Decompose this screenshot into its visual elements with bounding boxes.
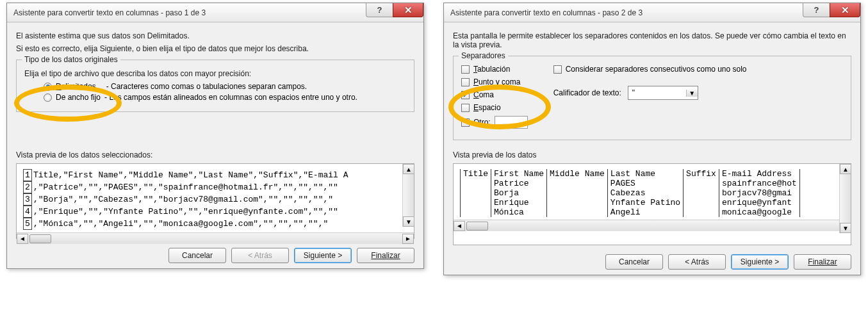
dialog-title: Asistente para convertir texto en column… — [450, 8, 643, 17]
column-header: First Name — [491, 169, 547, 179]
close-icon: ✕ — [404, 5, 413, 15]
preview-row: 3,"Borja","","Cabezas","","borjacv78@gma… — [23, 193, 407, 206]
radio-fixed-desc: - Los campos están alineados en columnas… — [104, 93, 357, 102]
finish-button[interactable]: Finalizar — [357, 248, 414, 263]
horizontal-scrollbar[interactable]: ◄ ► — [17, 232, 414, 244]
original-data-type-group: Tipo de los datos originales Elija el ti… — [16, 60, 414, 112]
preview-row: 2,"Patrice","","PAGES","","spainfrance@h… — [23, 181, 407, 193]
column-header: Suffix — [684, 169, 719, 179]
scroll-thumb[interactable] — [466, 222, 488, 231]
other-separator-input[interactable] — [495, 116, 528, 129]
intro-line-2: Si esto es correcto, elija Siguiente, o … — [16, 44, 414, 53]
wizard-step1-dialog: Asistente para convertir texto en column… — [6, 3, 424, 269]
separators-group: Separadores Tabulación Punto y coma Coma… — [453, 56, 851, 140]
scroll-right-icon[interactable]: ► — [402, 234, 414, 244]
intro-text: Esta pantalla le permite establecer los … — [453, 31, 850, 49]
radio-fixed-label: De ancho fijo — [56, 93, 101, 102]
chevron-down-icon: ▼ — [686, 90, 698, 97]
checkbox-tab-label: Tabulación — [473, 65, 510, 74]
radio-delimited-label: Delimitados — [56, 82, 96, 91]
data-preview: TitleFirst NameMiddle NameLast NameSuffi… — [453, 163, 851, 245]
group-legend: Tipo de los datos originales — [22, 55, 120, 64]
wizard-step2-dialog: Asistente para convertir texto en column… — [443, 3, 861, 275]
dropdown-value: " — [628, 88, 686, 97]
table-row: BorjaCabezasborjacv78@gmai — [461, 188, 800, 198]
column-header: Title — [461, 169, 491, 179]
radio-delimited-desc: - Caracteres como comas o tabulaciones s… — [106, 82, 307, 91]
table-row: EnriqueYnfante Patinoenrique@ynfant — [461, 198, 800, 207]
help-icon: ? — [377, 5, 382, 15]
group-subtitle: Elija el tipo de archivo que describa lo… — [24, 69, 406, 78]
close-button[interactable]: ✕ — [830, 3, 860, 17]
next-button[interactable]: Siguiente > — [294, 248, 352, 263]
cancel-button[interactable]: Cancelar — [168, 248, 226, 263]
scroll-up-icon[interactable]: ▲ — [840, 164, 851, 174]
next-button[interactable]: Siguiente > — [731, 254, 789, 270]
radio-fixed-width[interactable] — [44, 93, 52, 102]
column-header: E-mail Address — [719, 169, 799, 179]
cancel-button[interactable]: Cancelar — [605, 254, 663, 270]
checkbox-semicolon[interactable] — [461, 78, 470, 86]
preview-row: 1Title,"First Name","Middle Name","Last … — [23, 169, 407, 181]
vertical-scrollbar[interactable]: ▲ ▼ — [402, 164, 414, 227]
table-row: MónicaAngelimonicaa@google — [461, 207, 800, 217]
intro-line-1: El asistente estima que sus datos son De… — [16, 31, 414, 40]
preview-row: 5,"Mónica","","Angeli","","monicaa@googl… — [23, 218, 407, 230]
checkbox-consecutive-label: Considerar separadores consecutivos como… — [566, 65, 747, 74]
scroll-up-icon[interactable]: ▲ — [403, 164, 414, 174]
checkbox-tab[interactable] — [461, 65, 470, 74]
vertical-scrollbar[interactable]: ▲ ▼ — [839, 164, 851, 233]
help-button[interactable]: ? — [366, 3, 393, 17]
dialog-title: Asistente para convertir texto en column… — [13, 8, 206, 17]
horizontal-scrollbar[interactable]: ◄ ► — [454, 220, 851, 231]
checkbox-comma[interactable] — [461, 91, 470, 99]
radio-delimited[interactable] — [44, 83, 52, 91]
checkbox-other-label: Otro: — [473, 118, 491, 127]
scroll-left-icon[interactable]: ◄ — [454, 221, 465, 231]
checkbox-consecutive[interactable] — [553, 65, 562, 74]
scroll-down-icon[interactable]: ▼ — [840, 223, 851, 233]
checkbox-space-label: Espacio — [473, 103, 501, 112]
text-qualifier-label: Calificador de texto: — [553, 88, 621, 97]
scroll-thumb[interactable] — [29, 234, 51, 243]
checkbox-space[interactable] — [461, 104, 470, 112]
data-preview: 1Title,"First Name","Middle Name","Last … — [16, 163, 414, 239]
group-legend: Separadores — [459, 51, 508, 60]
checkbox-other[interactable] — [461, 118, 470, 127]
table-row: PatricePAGESspainfrance@hot — [461, 179, 800, 188]
help-button[interactable]: ? — [803, 3, 830, 17]
column-header: Last Name — [607, 169, 683, 179]
column-header: Middle Name — [547, 169, 608, 179]
preview-label: Vista previa de los datos seleccionados: — [16, 150, 414, 159]
close-button[interactable]: ✕ — [393, 3, 423, 17]
back-button[interactable]: < Atrás — [668, 254, 726, 270]
titlebar[interactable]: Asistente para convertir texto en column… — [444, 3, 860, 22]
text-qualifier-dropdown[interactable]: " ▼ — [628, 86, 698, 100]
scroll-down-icon[interactable]: ▼ — [403, 216, 414, 227]
scroll-left-icon[interactable]: ◄ — [17, 234, 28, 244]
titlebar[interactable]: Asistente para convertir texto en column… — [7, 3, 423, 22]
preview-row: 4,"Enrique","","Ynfante Patino","","enri… — [23, 206, 407, 218]
finish-button[interactable]: Finalizar — [794, 254, 851, 270]
close-icon: ✕ — [841, 5, 849, 15]
checkbox-semicolon-label: Punto y coma — [473, 77, 520, 86]
back-button: < Atrás — [231, 248, 289, 263]
help-icon: ? — [814, 5, 819, 15]
checkbox-comma-label: Coma — [473, 90, 494, 99]
preview-label: Vista previa de los datos — [453, 150, 851, 159]
